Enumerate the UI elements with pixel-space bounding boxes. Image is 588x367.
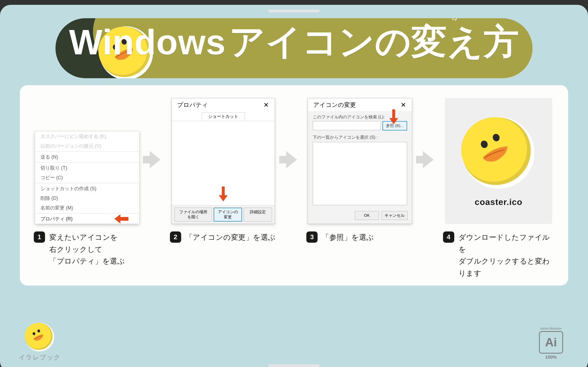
menu-item-send[interactable]: 送る (N) <box>35 152 139 162</box>
step-number: 4 <box>443 231 454 243</box>
ai-mark: Ai <box>539 331 563 354</box>
step-caption: 「参照」を選ぶ <box>322 231 374 244</box>
step-3: アイコンの変更 ✕ このファイル内のアイコンを検索 (L): 参照 (B)...… <box>306 95 414 244</box>
close-icon[interactable]: ✕ <box>262 101 270 109</box>
dialog-footer: ファイルの場所を開く アイコンの変更 詳細設定 <box>172 205 275 224</box>
change-icon-button[interactable]: アイコンの変更 <box>214 208 242 222</box>
step-number: 3 <box>306 231 318 243</box>
dialog-title: プロパティ <box>177 101 208 109</box>
dialog-body: このファイル内のアイコンを検索 (L): 参照 (B)... 下の一覧からアイコ… <box>308 111 412 208</box>
step-caption: ダウンロードしたファイルをダブルクリックすると変わります <box>459 231 554 279</box>
menu-item-pin[interactable]: タスクバーにピン留めする (K) <box>35 132 139 141</box>
detail-button[interactable]: 詳細設定 <box>244 208 272 222</box>
ruby-kata: かた <box>512 18 528 22</box>
ai-percent: 100% <box>537 355 565 360</box>
chevron-right-icon <box>286 151 297 168</box>
chevron-right-icon <box>423 151 434 168</box>
icon-listbox[interactable] <box>313 142 407 205</box>
separator <box>35 213 139 214</box>
menu-item-label: プロパティ (R) <box>40 216 73 222</box>
ruler-bottom <box>269 364 319 367</box>
step-number: 1 <box>34 231 45 243</box>
content-card: タスクバーにピン留めする (K) 以前のバージョンの復元 (V) 送る (N) … <box>20 85 568 286</box>
ai-label: Adobe Illustrator <box>537 327 565 330</box>
title-jp: アイコンの変え方 <box>229 18 519 66</box>
footer-brand-text: イラレブック <box>19 353 61 362</box>
dialog-title: アイコンの変更 <box>313 101 356 109</box>
ruler-top <box>269 10 319 12</box>
menu-item-cut[interactable]: 切り取り (T) <box>35 163 139 173</box>
select-label: 下の一覧からアイコンを選択 (S) : <box>313 135 407 140</box>
flow-arrow <box>282 95 301 224</box>
dialog-footer: OK キャンセル <box>308 208 412 224</box>
step-caption: 「アイコンの変更」を選ぶ <box>185 231 276 244</box>
page-title: か かた Windows アイコンの変え方 <box>55 18 533 66</box>
ok-button[interactable]: OK <box>355 211 379 220</box>
chevron-right-icon <box>150 151 161 168</box>
arrow-left-icon <box>114 214 128 223</box>
title-en: Windows <box>69 22 226 62</box>
step-1: タスクバーにピン留めする (K) 以前のバージョンの復元 (V) 送る (N) … <box>34 95 140 267</box>
menu-item-shortcut[interactable]: ショットカットの作成 (S) <box>35 184 139 193</box>
arrow-down-icon <box>217 184 230 204</box>
dialog-titlebar: プロパティ ✕ <box>172 98 275 111</box>
arrow-down-icon <box>387 109 400 125</box>
separator <box>35 151 139 152</box>
menu-item-delete[interactable]: 削除 (D) <box>35 193 139 203</box>
separator <box>35 162 139 163</box>
context-menu: タスクバーにピン留めする (K) 以前のバージョンの復元 (V) 送る (N) … <box>35 131 139 224</box>
menu-item-properties[interactable]: プロパティ (R) <box>35 214 139 224</box>
close-icon[interactable]: ✕ <box>399 101 408 109</box>
properties-dialog: プロパティ ✕ ショートカット ファイルの場所を開く アイコンの変更 詳細設定 <box>172 98 275 224</box>
viewport: か かた Windows アイコンの変え方 タスクバーにピン留めする (K) 以… <box>0 5 588 367</box>
footer-brand: イラレブック <box>19 322 61 362</box>
menu-item-copy[interactable]: コピー (C) <box>35 173 139 182</box>
step-4: coaster.ico 4 ダウンロードしたファイルをダブルクリックすると変わり… <box>443 95 554 279</box>
banner: か かた Windows アイコンの変え方 <box>55 18 533 78</box>
ai-badge: Adobe Illustrator Ai 100% <box>537 327 565 360</box>
menu-item-restore[interactable]: 以前のバージョンの復元 (V) <box>35 141 139 151</box>
result-panel: coaster.ico <box>445 98 552 224</box>
step-2: プロパティ ✕ ショートカット ファイルの場所を開く アイコンの変更 詳細設定 <box>170 95 277 244</box>
tab-shortcut[interactable]: ショートカット <box>202 112 245 121</box>
separator <box>35 183 139 183</box>
flow-arrow <box>146 95 165 224</box>
flow-arrow <box>419 95 438 224</box>
change-icon-dialog: アイコンの変更 ✕ このファイル内のアイコンを検索 (L): 参照 (B)...… <box>308 98 412 224</box>
step-number: 2 <box>170 231 181 243</box>
tab-strip: ショートカット <box>172 111 275 121</box>
icon-path-input[interactable] <box>313 121 381 130</box>
dialog-body <box>172 121 275 205</box>
menu-item-rename[interactable]: 名前の変更 (M) <box>35 203 139 213</box>
sally-icon <box>451 104 547 201</box>
open-location-button[interactable]: ファイルの場所を開く <box>174 208 212 222</box>
cancel-button[interactable]: キャンセル <box>382 211 408 220</box>
sally-icon <box>20 318 59 356</box>
ruby-ka: か <box>452 18 460 22</box>
step-caption: 変えたいアイコンを右クリックして「プロパティ」を選ぶ <box>49 231 125 267</box>
